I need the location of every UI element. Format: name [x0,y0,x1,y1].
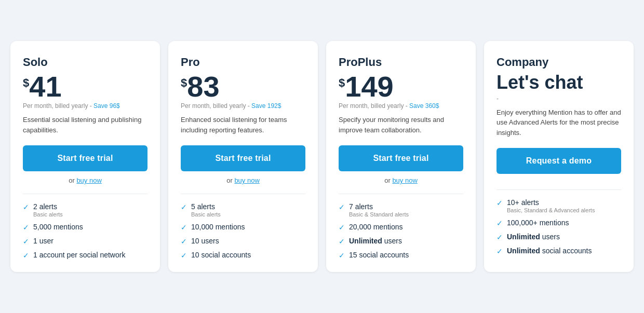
checkmark-icon: ✓ [181,251,187,260]
price-amount: 149 [345,72,393,101]
feature-sub-label: Basic alerts [33,211,63,217]
feature-text: 10 users [191,237,219,245]
checkmark-icon: ✓ [23,251,29,260]
feature-item: ✓10 users [181,237,305,246]
pricing-grid: Solo$41Per month, billed yearly - Save 9… [10,41,634,272]
plan-name: Company [497,56,621,69]
plan-card-proplus: ProPlus$149Per month, billed yearly - Sa… [326,41,476,272]
billing-info: - [497,95,621,102]
checkmark-icon: ✓ [497,233,503,241]
checkmark-icon: ✓ [497,247,503,255]
or-buy-now: or buy now [339,176,463,184]
plan-description: Enjoy everything Mention has to offer an… [497,107,621,138]
feature-text: 10 social accounts [191,251,251,259]
buy-now-link[interactable]: buy now [76,176,101,184]
price-row: $149 [339,72,463,101]
plan-name: Pro [181,56,305,69]
checkmark-icon: ✓ [497,219,503,227]
plan-name: ProPlus [339,56,463,69]
save-link[interactable]: Save 360$ [409,102,439,110]
features-list: ✓5 alertsBasic alerts✓10,000 mentions✓10… [181,202,305,260]
checkmark-icon: ✓ [181,203,187,211]
currency-symbol: $ [181,76,187,90]
plan-card-solo: Solo$41Per month, billed yearly - Save 9… [10,41,160,272]
checkmark-icon: ✓ [181,223,187,232]
feature-text: 5 alertsBasic alerts [191,202,221,217]
solo-cta-button[interactable]: Start free trial [23,145,147,171]
checkmark-icon: ✓ [23,237,29,246]
feature-item: ✓20,000 mentions [339,223,463,232]
feature-item: ✓5 alertsBasic alerts [181,202,305,217]
feature-text: 15 social accounts [349,251,409,259]
or-buy-now: or buy now [181,176,305,184]
feature-sub-label: Basic, Standard & Advanced alerts [507,207,595,213]
billing-info: Per month, billed yearly - Save 96$ [23,102,147,110]
feature-text: 10,000 mentions [191,223,245,231]
checkmark-icon: ✓ [23,203,29,211]
section-divider [497,189,621,190]
features-list: ✓2 alertsBasic alerts✓5,000 mentions✓1 u… [23,202,147,260]
checkmark-icon: ✓ [181,237,187,246]
currency-symbol: $ [23,76,29,90]
feature-text: Unlimited social accounts [507,247,592,255]
plan-card-company: CompanyLet's chat-Enjoy everything Menti… [484,41,634,272]
feature-text: 1 user [33,237,53,245]
buy-now-link[interactable]: buy now [234,176,259,184]
save-link[interactable]: Save 96$ [93,102,120,110]
checkmark-icon: ✓ [497,199,503,207]
feature-item: ✓Unlimited users [497,233,621,241]
feature-text: Unlimited users [507,233,560,241]
section-divider [339,194,463,194]
price-row: $83 [181,72,305,101]
feature-text: 20,000 mentions [349,223,403,231]
feature-item: ✓1 user [23,237,147,246]
feature-item: ✓5,000 mentions [23,223,147,232]
save-link[interactable]: Save 192$ [251,102,281,110]
currency-symbol: $ [339,76,345,90]
plan-description: Enhanced social listening for teams incl… [181,115,305,135]
feature-item: ✓10 social accounts [181,251,305,260]
price-amount: 83 [187,72,219,101]
checkmark-icon: ✓ [23,223,29,232]
feature-text: 7 alertsBasic & Standard alerts [349,202,409,217]
feature-sub-label: Basic alerts [191,211,221,217]
feature-text: 10+ alertsBasic, Standard & Advanced ale… [507,198,595,213]
checkmark-icon: ✓ [339,237,345,246]
feature-text: 100,000+ mentions [507,219,569,227]
checkmark-icon: ✓ [339,223,345,232]
feature-sub-label: Basic & Standard alerts [349,211,409,217]
pro-cta-button[interactable]: Start free trial [181,145,305,171]
section-divider [181,194,305,194]
checkmark-icon: ✓ [339,203,345,211]
feature-item: ✓10,000 mentions [181,223,305,232]
features-list: ✓7 alertsBasic & Standard alerts✓20,000 … [339,202,463,260]
feature-item: ✓1 account per social network [23,251,147,260]
company-cta-button[interactable]: Request a demo [497,148,621,174]
features-list: ✓10+ alertsBasic, Standard & Advanced al… [497,198,621,255]
buy-now-link[interactable]: buy now [392,176,417,184]
plan-name: Solo [23,56,147,69]
feature-item: ✓Unlimited social accounts [497,247,621,255]
feature-item: ✓100,000+ mentions [497,219,621,227]
feature-item: ✓10+ alertsBasic, Standard & Advanced al… [497,198,621,213]
checkmark-icon: ✓ [339,251,345,260]
feature-text: 5,000 mentions [33,223,83,231]
feature-text: Unlimited users [349,237,402,245]
feature-text: 2 alertsBasic alerts [33,202,63,217]
feature-text: 1 account per social network [33,251,125,259]
price-row: $41 [23,72,147,101]
proplus-cta-button[interactable]: Start free trial [339,145,463,171]
billing-info: Per month, billed yearly - Save 192$ [181,102,305,110]
feature-item: ✓2 alertsBasic alerts [23,202,147,217]
feature-item: ✓7 alertsBasic & Standard alerts [339,202,463,217]
price-amount: 41 [29,72,61,101]
plan-description: Essential social listening and publishin… [23,115,147,135]
plan-description: Specify your monitoring results and impr… [339,115,463,135]
feature-item: ✓Unlimited users [339,237,463,246]
billing-info: Per month, billed yearly - Save 360$ [339,102,463,110]
or-buy-now: or buy now [23,176,147,184]
lets-chat-text: Let's chat [497,72,621,93]
section-divider [23,194,147,194]
feature-item: ✓15 social accounts [339,251,463,260]
plan-card-pro: Pro$83Per month, billed yearly - Save 19… [168,41,318,272]
